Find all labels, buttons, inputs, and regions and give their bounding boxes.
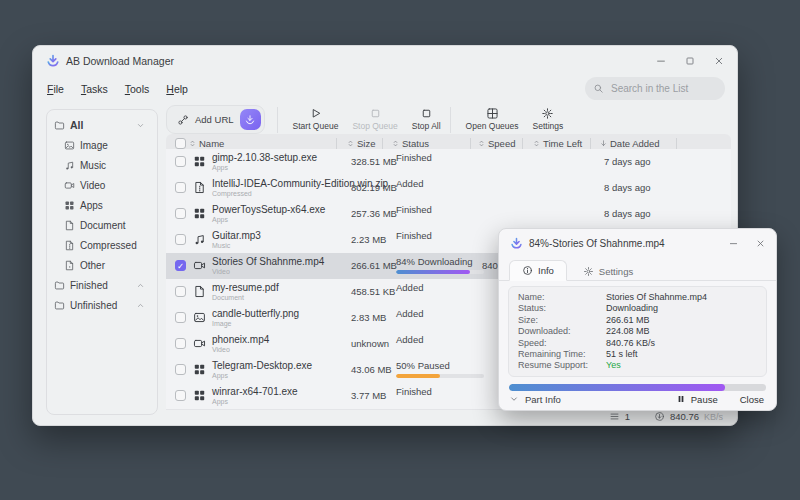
maximize-icon[interactable] [684,55,696,67]
image-icon [193,311,206,324]
sidebar-item-document[interactable]: Document [50,215,154,235]
part-info-toggle[interactable]: Part Info [509,394,561,405]
video-icon [193,337,206,350]
status-progress-bar [396,270,484,274]
pause-button[interactable]: Pause [676,394,718,405]
apps-icon [64,200,75,211]
sidebar-item-all[interactable]: All [50,115,154,135]
dialog-title: 84%-Stories Of Shahnme.mp4 [529,238,665,249]
info-field-value: 224.08 MB [606,326,650,337]
statusbar: 1 840.76 KB/s [166,409,731,425]
menu-item-help[interactable]: Help [166,83,188,95]
info-icon [522,265,533,276]
image-icon [64,140,75,151]
dialog-progress-bar [509,384,766,391]
table-row[interactable]: PowerToysSetup-x64.exeApps257.36 MBFinis… [166,201,731,227]
cell-size: 266.61 MB [351,260,397,271]
close-icon[interactable] [713,55,725,67]
info-field-label: Size: [518,315,606,326]
folder-icon [54,300,65,311]
menu-item-file[interactable]: File [47,83,64,95]
info-field: Downloaded:224.08 MB [518,326,757,337]
global-speed-value: 840.76 [670,411,699,422]
folder-icon [54,280,65,291]
file-category: Compressed [212,190,252,197]
table-row[interactable]: gimp-2.10.38-setup.exeApps328.51 MBFinis… [166,149,731,175]
sidebar-item-label: Unfinished [70,300,117,311]
row-checkbox[interactable] [175,312,186,323]
sidebar-item-music[interactable]: Music [50,155,154,175]
apps-icon [193,207,206,220]
menu-item-tools[interactable]: Tools [125,83,150,95]
list-count-icon [609,411,620,422]
row-checkbox[interactable] [175,156,186,167]
sidebar-item-finished[interactable]: Finished [50,275,154,295]
close-icon[interactable] [755,238,766,249]
part-info-label: Part Info [525,394,561,405]
sidebar-item-label: Compressed [80,240,137,251]
toolbar-button-open-queues[interactable]: Open Queues [459,105,526,133]
tab-settings[interactable]: Settings [571,262,645,281]
toolbar-button-start-queue[interactable]: Start Queue [286,105,346,133]
tab-info[interactable]: Info [509,260,567,281]
info-field-label: Downloaded: [518,326,606,337]
sort-icon [391,139,400,148]
pause-label: Pause [691,394,718,405]
sidebar-item-image[interactable]: Image [50,135,154,155]
file-name: Stories Of Shahnme.mp4 [212,256,324,267]
toolbar-button-settings[interactable]: Settings [526,105,571,133]
row-checkbox[interactable] [175,234,186,245]
toolbar: Add URL Start QueueStop QueueStop AllOpe… [166,103,731,134]
sidebar-item-label: Video [80,180,105,191]
toolbar-button-label: Open Queues [466,121,519,131]
file-name: gimp-2.10.38-setup.exe [212,152,317,163]
cell-status: 84% Downloading [396,256,473,267]
row-checkbox[interactable] [175,364,186,375]
minimize-icon[interactable] [655,55,667,67]
info-field-label: Remaining Time: [518,349,606,360]
row-checkbox[interactable]: ✓ [175,260,186,271]
apps-icon [193,155,206,168]
row-checkbox[interactable] [175,208,186,219]
add-url-button[interactable]: Add URL [166,105,265,134]
sidebar-item-compressed[interactable]: Compressed [50,235,154,255]
dialog-window-controls [728,238,766,249]
cell-size: 3.77 MB [351,390,386,401]
row-checkbox[interactable] [175,390,186,401]
search-box[interactable] [585,77,725,100]
add-url-download-button[interactable] [240,109,261,130]
file-category: Apps [212,216,228,223]
cell-size: 43.06 MB [351,364,392,375]
row-checkbox[interactable] [175,338,186,349]
app-logo-icon [510,237,523,250]
document-icon [64,220,75,231]
info-field: Status:Downloading [518,303,757,314]
download-icon [244,114,256,126]
info-field-value: 51 s left [606,349,638,360]
cell-status: Added [396,334,423,345]
info-field: Remaining Time:51 s left [518,349,757,360]
sidebar-item-other[interactable]: Other [50,255,154,275]
cell-size: 802.19 MB [351,182,397,193]
dialog-footer: Part Info Pause Close [499,391,776,410]
info-field-label: Name: [518,292,606,303]
toolbar-button-stop-all[interactable]: Stop All [405,105,448,133]
search-input[interactable] [609,82,703,95]
table-row[interactable]: IntelliJ-IDEA-Community-Edition.win.zipC… [166,175,731,201]
row-checkbox[interactable] [175,286,186,297]
sidebar-item-video[interactable]: Video [50,175,154,195]
grid-icon [486,107,499,120]
sidebar-item-unfinished[interactable]: Unfinished [50,295,154,315]
sidebar-item-label: Image [80,140,108,151]
info-field: Speed:840.76 KB/s [518,338,757,349]
select-all-checkbox[interactable] [175,138,186,149]
sidebar-item-apps[interactable]: Apps [50,195,154,215]
close-button[interactable]: Close [740,394,764,405]
row-checkbox[interactable] [175,182,186,193]
minimize-icon[interactable] [728,238,739,249]
menu-item-tasks[interactable]: Tasks [81,83,108,95]
file-category: Video [212,346,230,353]
folder-icon [54,120,65,131]
table-header: NameSizeStatusSpeedTime LeftDate Added [166,134,731,149]
video-icon [64,180,75,191]
